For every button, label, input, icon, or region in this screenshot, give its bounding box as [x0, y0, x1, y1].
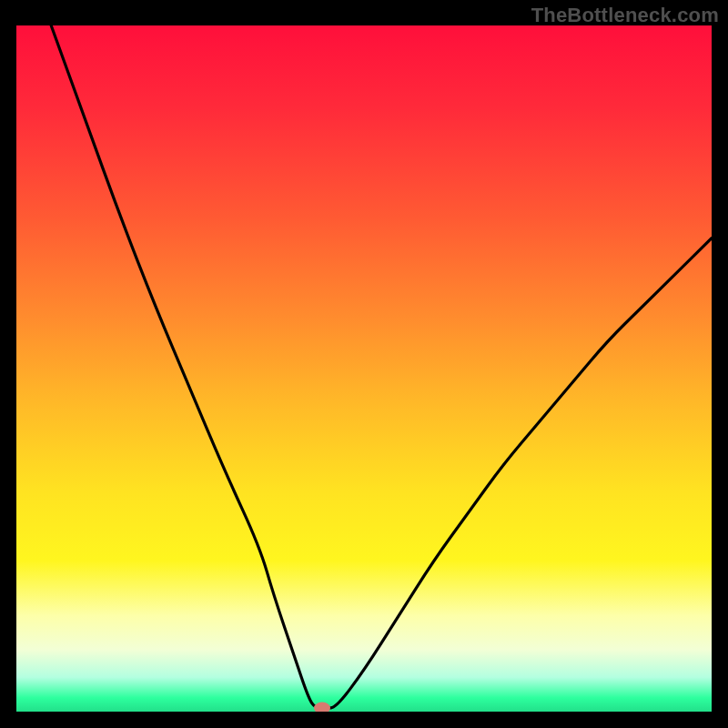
bottleneck-curve [16, 25, 712, 712]
plot-area [16, 25, 712, 712]
optimal-point-marker [314, 703, 330, 713]
chart-frame: TheBottleneck.com [0, 0, 728, 728]
curve-path [51, 25, 712, 708]
watermark-text: TheBottleneck.com [531, 4, 719, 27]
